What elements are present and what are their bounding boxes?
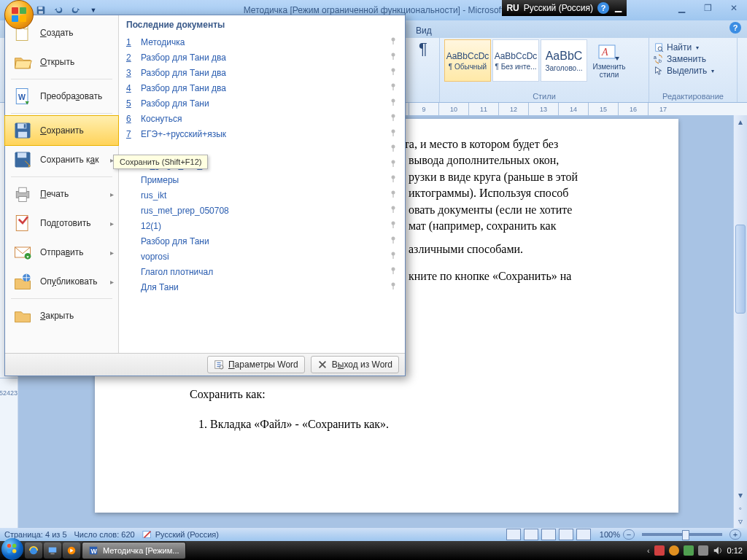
tray-icon[interactable]: [669, 545, 679, 556]
pin-icon[interactable]: [389, 82, 398, 93]
minimize-button[interactable]: ▁: [673, 1, 690, 15]
recent-document-item[interactable]: Разбор для Тани: [126, 233, 398, 249]
clock[interactable]: 0:12: [727, 546, 743, 555]
language-bar[interactable]: RU Русский (Россия) ? ▁: [502, 0, 627, 16]
pin-icon[interactable]: [389, 159, 398, 170]
office-button[interactable]: [4, 0, 34, 29]
pin-icon[interactable]: [389, 190, 398, 201]
next-page-icon[interactable]: ▿: [734, 515, 747, 528]
recent-document-item[interactable]: 12(1): [126, 218, 398, 233]
recent-document-item[interactable]: 5Разбор для Тани: [126, 96, 398, 111]
pin-icon[interactable]: [389, 251, 398, 262]
pin-icon[interactable]: [389, 205, 398, 216]
style-tile[interactable]: AaBbCЗаголово...: [541, 39, 587, 82]
proofing-icon[interactable]: Русский (Россия): [142, 529, 219, 540]
recent-document-item[interactable]: 1Методичка: [126, 34, 398, 50]
tab-view[interactable]: Вид: [409, 23, 439, 38]
tray-icon[interactable]: [684, 545, 694, 556]
pin-icon[interactable]: [389, 128, 398, 139]
scroll-up-icon[interactable]: ▴: [734, 115, 747, 128]
recent-document-item[interactable]: Глагол плотничал: [126, 264, 398, 279]
svg-rect-58: [392, 209, 393, 213]
start-button[interactable]: [1, 538, 23, 560]
svg-rect-27: [18, 152, 26, 158]
quick-launch-desktop[interactable]: [44, 542, 61, 559]
svg-point-61: [392, 237, 395, 241]
pin-icon[interactable]: [389, 236, 398, 246]
pin-icon[interactable]: [389, 144, 398, 155]
status-words[interactable]: Число слов: 620: [74, 530, 135, 539]
pin-icon[interactable]: [389, 113, 398, 124]
find-button[interactable]: Найти▾: [654, 42, 732, 52]
menu-open[interactable]: Открыть: [5, 47, 118, 77]
menu-print[interactable]: Печать ▸: [5, 179, 118, 209]
recent-document-item[interactable]: Для Тани: [126, 279, 398, 295]
scrollbar-thumb[interactable]: [735, 225, 746, 314]
pin-icon[interactable]: [389, 220, 398, 231]
pin-icon[interactable]: [389, 174, 398, 185]
recent-document-item[interactable]: rus_ikt: [126, 187, 398, 203]
tray-icon[interactable]: [698, 545, 708, 556]
menu-save-as[interactable]: Сохранить как ▸: [5, 145, 118, 174]
view-web-layout[interactable]: [541, 529, 556, 540]
language-minimize-icon[interactable]: ▁: [614, 4, 622, 12]
zoom-out-button[interactable]: −: [623, 529, 635, 540]
quick-launch-ie[interactable]: [25, 542, 42, 559]
svg-rect-38: [392, 56, 393, 60]
view-draft[interactable]: [576, 529, 591, 540]
vertical-scrollbar[interactable]: ▴ ▾ ◦ ▿: [733, 115, 747, 528]
pin-icon[interactable]: [389, 36, 398, 47]
chevron-right-icon: ▸: [110, 219, 114, 228]
recent-document-item[interactable]: voprosi: [126, 249, 398, 264]
change-styles-button[interactable]: A Изменить стили: [592, 39, 627, 82]
recent-document-item[interactable]: rus_met_prep_050708: [126, 203, 398, 218]
prev-page-icon[interactable]: ◦: [734, 502, 747, 515]
zoom-level[interactable]: 100%: [600, 530, 620, 539]
style-tile[interactable]: AaBbCcDc¶ Обычный: [444, 39, 491, 82]
menu-send[interactable]: Отправить ▸: [5, 238, 118, 267]
style-tile[interactable]: AaBbCcDc¶ Без инте...: [492, 39, 539, 82]
show-paragraph-icon[interactable]: ¶: [413, 39, 433, 58]
zoom-in-button[interactable]: +: [729, 529, 741, 540]
recent-document-item[interactable]: 4Разбор для Тани два: [126, 80, 398, 96]
styles-gallery[interactable]: AaBbCcDc¶ ОбычныйAaBbCcDc¶ Без инте...Aa…: [444, 39, 587, 82]
svg-rect-24: [18, 132, 27, 138]
close-window-button[interactable]: ✕: [725, 1, 743, 15]
pin-icon[interactable]: [389, 98, 398, 109]
view-full-reading[interactable]: [524, 529, 538, 540]
view-outline[interactable]: [559, 529, 573, 540]
menu-close[interactable]: Закрыть: [5, 301, 118, 330]
pin-icon[interactable]: [389, 281, 398, 292]
menu-convert[interactable]: W Преобразовать: [5, 82, 118, 111]
zoom-slider[interactable]: [642, 533, 722, 536]
tray-icon[interactable]: [654, 545, 665, 556]
quick-launch-media[interactable]: [63, 542, 80, 559]
recent-document-item[interactable]: Примеры: [126, 172, 398, 187]
menu-publish[interactable]: Опубликовать ▸: [5, 267, 118, 296]
recent-document-item[interactable]: 7ЕГЭ+-+русский+язык: [126, 126, 398, 141]
tray-expand-icon[interactable]: ‹: [647, 546, 650, 555]
taskbar-word-button[interactable]: W Методичка [Режим...: [82, 542, 186, 559]
pin-icon[interactable]: [389, 266, 398, 277]
recent-document-item[interactable]: 2Разбор для Тани два: [126, 50, 398, 65]
select-button[interactable]: Выделить▾: [654, 66, 732, 76]
recent-document-item[interactable]: 6Коснуться: [126, 111, 398, 126]
pin-icon[interactable]: [389, 67, 398, 78]
replace-button[interactable]: ab Заменить: [654, 54, 732, 64]
svg-rect-56: [392, 194, 393, 198]
menu-save[interactable]: Сохранить: [4, 115, 119, 146]
volume-icon[interactable]: [713, 545, 723, 556]
word-options-button[interactable]: Параметры Word: [207, 356, 305, 373]
restore-button[interactable]: ❐: [699, 1, 716, 15]
ribbon-help-icon[interactable]: ?: [729, 22, 741, 34]
pin-icon[interactable]: [389, 52, 398, 63]
svg-point-65: [392, 268, 395, 271]
scroll-down-icon[interactable]: ▾: [734, 489, 747, 502]
menu-prepare[interactable]: Подготовить ▸: [5, 209, 118, 238]
svg-rect-15: [50, 553, 54, 555]
svg-text:b: b: [659, 58, 662, 63]
recent-document-item[interactable]: 3Разбор для Тани два: [126, 65, 398, 80]
view-print-layout[interactable]: [506, 529, 521, 540]
language-help-icon[interactable]: ?: [597, 2, 609, 14]
exit-word-button[interactable]: Выход из Word: [311, 356, 399, 373]
